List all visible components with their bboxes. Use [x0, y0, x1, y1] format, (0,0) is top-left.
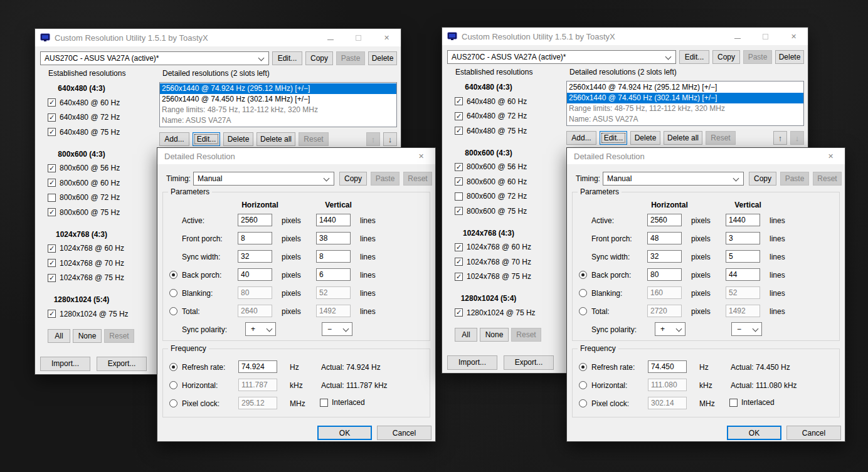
radio-button[interactable]: [579, 271, 587, 279]
move-down-button[interactable]: [383, 132, 397, 146]
radio-button[interactable]: [169, 271, 177, 279]
monitor-select[interactable]: AUS270C - ASUS VA27A (active)*: [447, 50, 676, 64]
radio-button[interactable]: [169, 381, 177, 389]
vertical-value-input[interactable]: [316, 286, 351, 299]
frequency-value-input[interactable]: [238, 397, 277, 409]
dialog-close-button[interactable]: [817, 148, 845, 164]
dialog-titlebar[interactable]: Detailed Resolution: [157, 148, 435, 164]
vertical-value-input[interactable]: [316, 268, 351, 281]
horizontal-value-input[interactable]: [238, 214, 272, 226]
radio-button[interactable]: [579, 381, 587, 389]
delete-monitor-button[interactable]: Delete: [775, 50, 804, 64]
frequency-value-input[interactable]: [238, 360, 277, 373]
checkbox[interactable]: [455, 97, 463, 105]
established-resolution-row[interactable]: 640x480 @ 75 Hz: [40, 125, 156, 140]
minimize-button[interactable]: [316, 29, 344, 46]
edit-monitor-button[interactable]: Edit...: [679, 50, 709, 64]
horizontal-value-input[interactable]: [238, 232, 272, 244]
established-resolution-row[interactable]: 640x480 @ 75 Hz: [447, 123, 563, 139]
vertical-value-input[interactable]: [726, 232, 760, 244]
monitor-select[interactable]: AUS270C - ASUS VA27A (active)*: [40, 51, 269, 65]
checkbox[interactable]: [48, 113, 56, 122]
horizontal-value-input[interactable]: [238, 286, 272, 299]
vertical-value-input[interactable]: [316, 305, 351, 317]
detailed-resolutions-listbox[interactable]: 2560x1440 @ 74.924 Hz (295.12 MHz) [+/−]…: [566, 81, 804, 126]
established-resolution-row[interactable]: 1280x1024 @ 75 Hz: [40, 307, 156, 322]
all-button[interactable]: All: [455, 328, 477, 342]
vertical-value-input[interactable]: [726, 214, 760, 226]
vertical-value-input[interactable]: [726, 250, 760, 263]
frequency-value-input[interactable]: [648, 360, 687, 373]
established-resolution-row[interactable]: 640x480 @ 60 Hz: [447, 94, 563, 109]
horizontal-value-input[interactable]: [647, 232, 682, 244]
radio-button[interactable]: [579, 363, 587, 371]
interlaced-checkbox-row[interactable]: Interlaced: [320, 398, 365, 407]
move-up-button[interactable]: [773, 131, 787, 145]
v-polarity-select[interactable]: −: [731, 322, 762, 336]
v-polarity-select[interactable]: −: [322, 322, 352, 336]
detailed-resolution-item[interactable]: Range limits: 48-75 Hz, 112-112 kHz, 320…: [567, 103, 803, 114]
move-down-button[interactable]: [790, 131, 804, 145]
checkbox[interactable]: [455, 243, 463, 251]
copy-monitor-button[interactable]: Copy: [712, 50, 740, 64]
import-button[interactable]: Import...: [447, 355, 497, 370]
paste-monitor-button[interactable]: Paste: [743, 50, 772, 64]
reset-established-button[interactable]: Reset: [511, 328, 541, 342]
export-button[interactable]: Export...: [504, 355, 554, 370]
none-button[interactable]: None: [480, 328, 509, 342]
checkbox[interactable]: [455, 112, 463, 120]
checkbox[interactable]: [48, 208, 56, 216]
established-resolution-row[interactable]: 800x600 @ 72 Hz: [447, 189, 563, 204]
horizontal-value-input[interactable]: [647, 250, 682, 263]
timing-select[interactable]: Manual: [603, 172, 744, 186]
vertical-value-input[interactable]: [316, 214, 351, 226]
checkbox[interactable]: [455, 192, 463, 201]
dialog-reset-button[interactable]: Reset: [403, 172, 432, 186]
vertical-value-input[interactable]: [316, 232, 351, 244]
minimize-button[interactable]: [723, 28, 751, 45]
delete-detailed-button[interactable]: Delete: [223, 132, 253, 146]
copy-monitor-button[interactable]: Copy: [305, 51, 333, 65]
interlaced-checkbox-row[interactable]: Interlaced: [729, 398, 775, 407]
detailed-resolution-item[interactable]: Name: ASUS VA27A: [567, 114, 803, 125]
cancel-button[interactable]: Cancel: [786, 426, 841, 440]
vertical-value-input[interactable]: [726, 305, 760, 317]
paste-monitor-button[interactable]: Paste: [336, 51, 365, 65]
window-titlebar[interactable]: Custom Resolution Utility 1.5.1 by Toast…: [35, 29, 401, 46]
edit-monitor-button[interactable]: Edit...: [272, 51, 302, 65]
edit-detailed-button[interactable]: Edit...: [193, 132, 220, 146]
ok-button[interactable]: OK: [317, 426, 372, 440]
timing-select[interactable]: Manual: [193, 172, 334, 186]
radio-button[interactable]: [169, 399, 177, 407]
frequency-value-input[interactable]: [648, 379, 687, 391]
checkbox[interactable]: [48, 244, 56, 253]
checkbox[interactable]: [48, 98, 56, 107]
checkbox[interactable]: [48, 194, 56, 202]
established-resolution-row[interactable]: 1024x768 @ 70 Hz: [40, 256, 156, 271]
import-button[interactable]: Import...: [40, 357, 90, 371]
edit-detailed-button[interactable]: Edit...: [600, 131, 627, 145]
dialog-copy-button[interactable]: Copy: [339, 172, 367, 186]
delete-all-button[interactable]: Delete all: [664, 131, 702, 145]
checkbox[interactable]: [455, 207, 463, 215]
established-resolution-row[interactable]: 800x600 @ 75 Hz: [447, 204, 563, 219]
established-resolution-row[interactable]: 1024x768 @ 75 Hz: [40, 271, 156, 286]
detailed-resolution-item[interactable]: 2560x1440 @ 74.450 Hz (302.14 MHz) [+/−]: [567, 93, 803, 103]
reset-detailed-button[interactable]: Reset: [299, 132, 329, 146]
radio-button[interactable]: [579, 289, 587, 297]
maximize-button[interactable]: [344, 29, 373, 46]
detailed-resolution-item[interactable]: 2560x1440 @ 74.924 Hz (295.12 MHz) [+/−]: [160, 83, 396, 94]
checkbox[interactable]: [455, 308, 463, 317]
vertical-value-input[interactable]: [316, 250, 351, 263]
close-button[interactable]: [780, 28, 808, 45]
checkbox[interactable]: [48, 259, 56, 267]
detailed-resolution-item[interactable]: 2560x1440 @ 74.924 Hz (295.12 MHz) [+/−]: [567, 82, 803, 93]
checkbox[interactable]: [48, 274, 56, 282]
established-resolution-row[interactable]: 800x600 @ 72 Hz: [40, 191, 156, 206]
established-resolution-row[interactable]: 1280x1024 @ 75 Hz: [447, 305, 563, 320]
radio-button[interactable]: [579, 399, 587, 407]
checkbox[interactable]: [455, 258, 463, 266]
frequency-value-input[interactable]: [238, 379, 277, 391]
detailed-resolution-item[interactable]: 2560x1440 @ 74.450 Hz (302.14 MHz) [+/−]: [160, 94, 396, 105]
move-up-button[interactable]: [366, 132, 380, 146]
